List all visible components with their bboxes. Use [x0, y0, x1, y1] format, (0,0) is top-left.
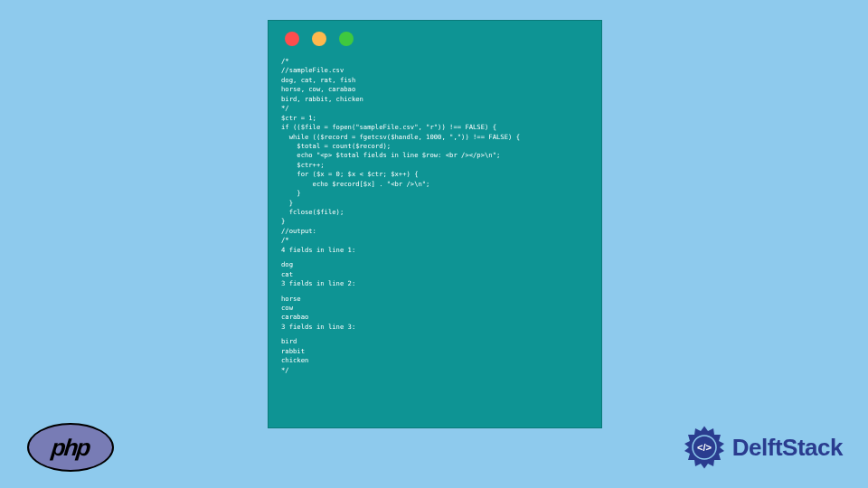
code-line: bird, rabbit, chicken: [281, 95, 589, 104]
code-line: 3 fields in line 2:: [281, 279, 589, 288]
code-line: }: [281, 199, 589, 208]
code-window: /*//sampleFile.csvdog, cat, rat, fishhor…: [268, 20, 602, 428]
window-traffic-lights: [285, 32, 589, 46]
code-line: }: [281, 189, 589, 198]
code-line: $ctr = 1;: [281, 114, 589, 123]
code-line: rabbit: [281, 347, 589, 356]
code-line: dog, cat, rat, fish: [281, 76, 589, 85]
code-line: cat: [281, 270, 589, 279]
code-line: carabao: [281, 313, 589, 322]
code-line: 3 fields in line 3:: [281, 323, 589, 332]
code-line: bird: [281, 337, 589, 346]
minimize-icon: [312, 32, 326, 46]
svg-text:</>: </>: [697, 442, 712, 453]
code-line: while (($record = fgetcsv($handle, 1000,…: [281, 133, 589, 142]
code-line: $ctr++;: [281, 161, 589, 170]
code-line: $total = count($record);: [281, 142, 589, 151]
code-line: fclose($file);: [281, 208, 589, 217]
code-line: }: [281, 217, 589, 226]
gear-icon: </>: [682, 425, 727, 470]
php-logo: php: [27, 423, 114, 472]
code-line: //sampleFile.csv: [281, 66, 589, 75]
delftstack-logo-text: DelftStack: [732, 434, 843, 462]
code-line: for ($x = 0; $x < $ctr; $x++) {: [281, 170, 589, 179]
code-line: echo $record[$x] . "<br />\n";: [281, 180, 589, 189]
code-line: horse, cow, carabao: [281, 85, 589, 94]
code-line: //output:: [281, 227, 589, 236]
close-icon: [285, 32, 299, 46]
code-line: */: [281, 366, 589, 375]
code-line: if (($file = fopen("sampleFile.csv", "r"…: [281, 123, 589, 132]
zoom-icon: [339, 32, 354, 46]
code-line: */: [281, 104, 589, 113]
code-line: /*: [281, 236, 589, 245]
php-logo-text: php: [51, 434, 91, 462]
code-line: chicken: [281, 356, 589, 365]
code-line: cow: [281, 304, 589, 313]
code-line: 4 fields in line 1:: [281, 246, 589, 255]
code-line: dog: [281, 260, 589, 269]
code-line: echo "<p> $total fields in line $row: <b…: [281, 151, 589, 160]
delftstack-logo: </> DelftStack: [682, 425, 843, 470]
code-line: horse: [281, 295, 589, 304]
code-line: /*: [281, 57, 589, 66]
code-snippet: /*//sampleFile.csvdog, cat, rat, fishhor…: [281, 57, 589, 375]
